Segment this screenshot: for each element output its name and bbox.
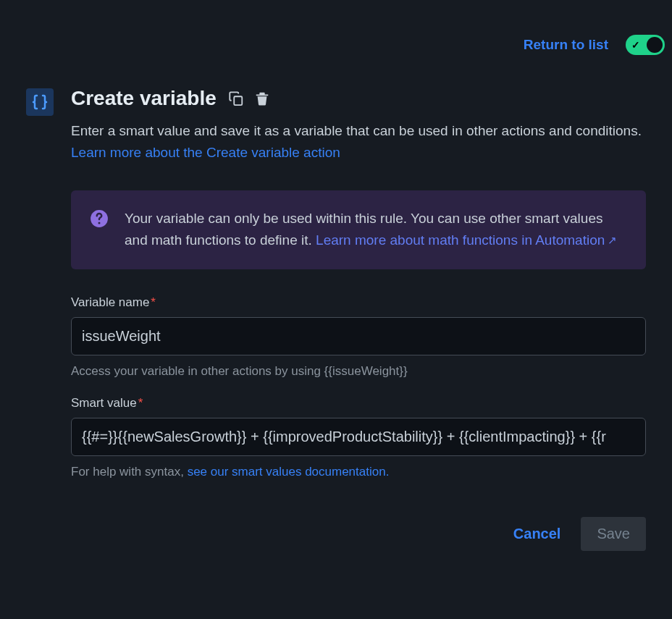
save-button[interactable]: Save [581, 517, 646, 551]
copy-icon[interactable] [228, 90, 244, 106]
variable-name-hint: Access your variable in other actions by… [71, 364, 646, 379]
question-icon [90, 209, 109, 228]
cancel-button[interactable]: Cancel [511, 518, 564, 549]
toggle-knob [647, 37, 663, 53]
learn-more-math-link[interactable]: Learn more about math functions in Autom… [316, 232, 617, 248]
check-icon: ✓ [631, 39, 640, 51]
svg-point-2 [98, 222, 100, 224]
page-description: Enter a smart value and save it as a var… [71, 120, 646, 164]
info-panel-text: Your variable can only be used within th… [125, 208, 627, 252]
smart-value-label: Smart value* [71, 396, 646, 410]
rule-toggle[interactable]: ✓ [626, 35, 665, 55]
variable-name-input[interactable] [71, 317, 646, 355]
trash-icon[interactable] [254, 90, 270, 106]
smart-value-hint: For help with syntax, see our smart valu… [71, 465, 646, 479]
variable-name-label: Variable name* [71, 295, 646, 310]
svg-rect-0 [234, 96, 242, 105]
info-panel: Your variable can only be used within th… [71, 190, 646, 269]
smart-values-doc-link[interactable]: see our smart values documentation. [188, 465, 390, 479]
smart-value-input[interactable] [71, 418, 646, 456]
learn-more-create-variable-link[interactable]: Learn more about the Create variable act… [71, 145, 340, 160]
return-to-list-link[interactable]: Return to list [524, 37, 608, 53]
braces-icon [26, 88, 54, 116]
page-title: Create variable [71, 87, 217, 110]
